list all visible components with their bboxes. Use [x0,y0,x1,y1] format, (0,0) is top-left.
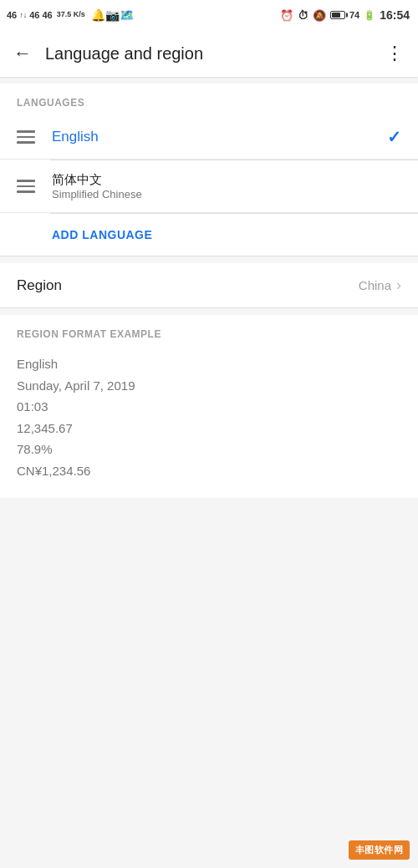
time-display: 16:54 [380,8,410,22]
watermark: 丰图软件网 [349,840,410,860]
clock-icon: ⏱ [298,9,308,22]
back-button[interactable]: ← [13,43,32,64]
region-label: Region [17,277,359,294]
status-bar: 46 ↑↓ 46 46 37.5 K/s 🔔📷🗺️ ⏰ ⏱ 🔕 74 🔋 16:… [0,0,418,30]
drag-line-1 [17,180,35,182]
page-title: Language and region [45,44,385,63]
format-section: REGION FORMAT EXAMPLE English Sunday, Ap… [0,315,418,498]
status-bar-right: ⏰ ⏱ 🔕 74 🔋 16:54 [280,8,410,22]
drag-handle-chinese[interactable] [17,180,35,193]
mute-icon: 🔕 [313,9,326,22]
format-item-language: English [17,353,401,375]
drag-line-2 [17,185,35,188]
format-item-number: 12,345.67 [17,418,401,439]
region-section: Region China › [0,263,418,308]
language-item-chinese[interactable]: 简体中文 Simplified Chinese [0,160,418,213]
signal-icon-1: 46 [7,10,17,20]
signal-icon-3: 46 [43,10,53,20]
language-name-chinese: 简体中文 [52,172,401,188]
battery-fill [332,13,340,18]
format-section-header: REGION FORMAT EXAMPLE [0,315,418,347]
languages-section: LANGUAGES English ✓ 简体中文 Simplified Chin… [0,84,418,256]
format-items: English Sunday, April 7, 2019 01:03 12,3… [0,347,418,498]
drag-line-3 [17,190,35,193]
format-item-currency: CN¥1,234.56 [17,460,401,482]
language-item-english[interactable]: English ✓ [0,115,418,160]
status-bar-left: 46 ↑↓ 46 46 37.5 K/s 🔔📷🗺️ [7,8,134,22]
languages-section-header: LANGUAGES [0,84,418,115]
add-language-button[interactable]: ADD LANGUAGE [0,214,418,256]
app-bar: ← Language and region ⋮ [0,30,418,77]
selected-check-icon: ✓ [387,127,401,147]
format-item-time: 01:03 [17,396,401,418]
drag-handle-english[interactable] [17,130,35,144]
language-info-english: English [52,129,387,145]
data-speed: 37.5 K/s [57,11,85,19]
language-info-chinese: 简体中文 Simplified Chinese [52,172,401,201]
more-options-button[interactable]: ⋮ [385,43,405,64]
signal-strength: 🔋 [364,10,375,21]
region-value: China [359,278,391,292]
drag-line-1 [17,130,35,133]
add-language-label: ADD LANGUAGE [52,228,152,241]
format-item-date: Sunday, April 7, 2019 [17,375,401,397]
drag-line-3 [17,141,35,144]
signal-bar: ↑↓ [19,11,27,19]
signal-icon-2: 46 [29,10,39,20]
drag-line-2 [17,136,35,139]
battery-percent: 74 [349,10,359,20]
battery-icon [330,11,345,19]
region-item[interactable]: Region China › [0,263,418,308]
language-name-english: English [52,129,387,145]
alarm-icon: ⏰ [280,9,293,22]
notification-icons: 🔔📷🗺️ [91,8,134,22]
language-subname-chinese: Simplified Chinese [52,188,401,201]
chevron-right-icon: › [396,277,401,294]
format-item-percent: 78.9% [17,439,401,460]
